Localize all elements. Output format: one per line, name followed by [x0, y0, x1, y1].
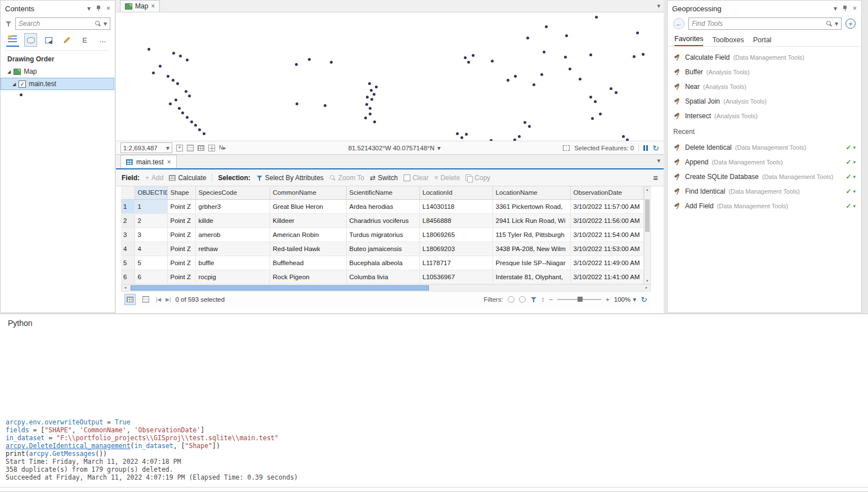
table-cell[interactable]: L1178717	[419, 256, 493, 270]
table-cell[interactable]: 5	[135, 256, 167, 270]
scroll-left-icon[interactable]: ◂	[122, 285, 129, 290]
auto-hide-pin-icon[interactable]	[842, 5, 848, 12]
table-view-icon[interactable]	[124, 294, 136, 305]
column-header[interactable]: CommonName	[270, 186, 346, 199]
table-cell[interactable]: L10536967	[419, 270, 493, 284]
column-header[interactable]: LocationId	[419, 186, 493, 199]
expander-icon[interactable]: ◢	[7, 69, 11, 74]
chevron-down-icon[interactable]: ▾	[437, 144, 441, 152]
table-cell[interactable]: L14030118	[419, 199, 493, 213]
close-icon[interactable]: ×	[151, 2, 155, 10]
table-cell[interactable]: L18069265	[419, 227, 493, 241]
tab-toolboxes[interactable]: Toolboxes	[712, 36, 744, 46]
filter-toggle-icon-2[interactable]	[519, 296, 526, 303]
table-cell[interactable]: Great Blue Heron	[270, 199, 346, 213]
scroll-up-icon[interactable]: ▴	[645, 187, 651, 193]
column-header[interactable]: ObservationDate	[570, 186, 643, 199]
table-cell[interactable]: rethaw	[195, 241, 270, 256]
table-cell[interactable]: amerob	[195, 227, 270, 241]
select-by-attributes-button[interactable]: Select By Attributes	[256, 174, 324, 182]
close-icon[interactable]: ×	[167, 158, 171, 166]
table-cell[interactable]: killde	[195, 213, 270, 227]
table-cell[interactable]: American Robin	[270, 227, 346, 241]
list-by-drawing-order-icon[interactable]	[6, 33, 19, 47]
find-tools-input[interactable]: Find Tools ▾	[688, 17, 842, 30]
horizontal-scrollbar[interactable]: ◂ ▸	[121, 284, 651, 292]
table-cell[interactable]: 3/10/2022 11:54:00 AM	[570, 227, 643, 241]
layer-visibility-checkbox[interactable]: ✓	[19, 80, 26, 88]
tool-item[interactable]: Near(Analysis Tools)	[668, 79, 861, 94]
pause-drawing-icon[interactable]	[643, 145, 648, 151]
tool-item[interactable]: Append(Data Management Tools)✓▾	[668, 155, 861, 169]
north-arrow-icon[interactable]: N▸	[219, 145, 226, 151]
select-all-header[interactable]	[121, 186, 135, 199]
add-field-button[interactable]: + Add	[145, 174, 163, 182]
zoom-level-dropdown[interactable]: 100% ▾	[614, 296, 636, 303]
chevron-down-icon[interactable]: ▾	[853, 203, 856, 209]
tool-item[interactable]: Create SQLite Database(Data Management T…	[668, 169, 861, 184]
table-cell[interactable]: Point Z	[167, 199, 195, 213]
row-selector[interactable]: 2	[121, 213, 135, 227]
column-header[interactable]: Shape	[167, 186, 195, 199]
table-cell[interactable]: grbher3	[195, 199, 270, 213]
tab-portal[interactable]: Portal	[753, 36, 772, 46]
chevron-down-icon[interactable]: ▾	[633, 296, 636, 303]
sort-filter-icon[interactable]	[530, 296, 537, 303]
table-cell[interactable]: 3/10/2022 11:53:00 AM	[570, 241, 643, 256]
chevron-down-icon[interactable]: ▾	[87, 5, 91, 12]
table-cell[interactable]: 3361 Pickertown Road,	[493, 199, 570, 213]
chevron-down-icon[interactable]: ▾	[835, 20, 838, 28]
delete-selection-button[interactable]: × Delete	[434, 174, 460, 182]
column-header[interactable]: OBJECTID	[135, 186, 167, 199]
back-button[interactable]: ←	[673, 18, 684, 29]
table-cell[interactable]: 2941 Lick Run Road, Wi	[493, 213, 570, 227]
table-cell[interactable]: 3/10/2022 11:49:00 AM	[570, 256, 643, 270]
map-coordinates[interactable]: 81.5214302°W 40.0757148°N ▾	[348, 144, 441, 152]
tab-favorites[interactable]: Favorites	[674, 35, 703, 46]
refresh-icon[interactable]: ↻	[641, 295, 647, 304]
table-cell[interactable]: Point Z	[167, 270, 195, 284]
map-view-tab[interactable]: Map ×	[120, 0, 160, 12]
tool-item[interactable]: Delete Identical(Data Management Tools)✓…	[668, 140, 861, 155]
search-icon[interactable]	[95, 20, 101, 27]
zoom-slider-knob[interactable]	[578, 297, 583, 302]
map-scale-input[interactable]: 1:2,693,487 ▾	[120, 142, 172, 153]
table-cell[interactable]: Columba livia	[346, 270, 419, 284]
scrollbar-thumb[interactable]	[131, 285, 429, 290]
list-by-selection-icon[interactable]	[42, 33, 55, 47]
table-cell[interactable]: 3	[135, 227, 167, 241]
row-selector[interactable]: 3	[121, 227, 135, 241]
table-cell[interactable]: buffle	[195, 256, 270, 270]
table-cell[interactable]: Charadrius vociferus	[346, 213, 419, 227]
chevron-down-icon[interactable]: ▾	[104, 20, 107, 28]
form-view-icon[interactable]	[140, 294, 151, 305]
table-cell[interactable]: 3/10/2022 11:41:00 AM	[570, 270, 643, 284]
table-cell[interactable]: 2	[135, 213, 167, 227]
row-selector[interactable]: 5	[121, 256, 135, 270]
more-options-icon[interactable]: …	[96, 33, 109, 47]
filter-icon[interactable]	[5, 20, 12, 27]
table-cell[interactable]: Point Z	[167, 213, 195, 227]
add-tool-button[interactable]: +	[845, 19, 856, 29]
zoom-out-icon[interactable]: −	[549, 296, 553, 303]
tool-item[interactable]: Buffer(Analysis Tools)	[668, 65, 861, 79]
chevron-down-icon[interactable]: ▾	[853, 145, 856, 150]
switch-selection-button[interactable]: ⇄ Switch	[370, 174, 397, 182]
auto-hide-pin-icon[interactable]	[95, 5, 102, 12]
search-input[interactable]: Search ▾	[15, 17, 110, 30]
column-header[interactable]: SpeciesCode	[195, 186, 270, 199]
zoom-to-button[interactable]: Zoom To	[329, 174, 364, 182]
close-icon[interactable]: ×	[853, 5, 857, 12]
tab-list-chevron-icon[interactable]: ▾	[657, 157, 660, 164]
table-cell[interactable]: Red-tailed Hawk	[270, 241, 346, 256]
grid-icon[interactable]	[198, 145, 204, 151]
map-canvas[interactable]	[116, 12, 664, 141]
chevron-down-icon[interactable]: ▾	[834, 5, 837, 12]
table-cell[interactable]: Killdeer	[270, 213, 346, 227]
table-cell[interactable]: Rock Pigeon	[270, 270, 346, 284]
zoom-slider[interactable]	[557, 299, 601, 300]
copy-button[interactable]: Copy	[466, 174, 490, 182]
tab-list-chevron-icon[interactable]: ▾	[657, 2, 660, 10]
table-cell[interactable]: rocpig	[195, 270, 270, 284]
point-symbol-icon[interactable]	[20, 93, 23, 96]
